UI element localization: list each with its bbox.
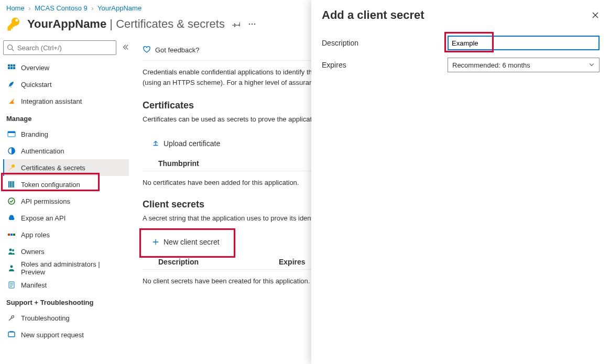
- sidebar-item-manifest[interactable]: Manifest: [3, 277, 129, 293]
- sidebar-item-branding[interactable]: Branding: [3, 126, 129, 142]
- svg-rect-7: [13, 64, 15, 67]
- key-icon: [6, 16, 22, 32]
- sidebar-group-support: Support + Troubleshooting: [3, 293, 129, 310]
- svg-point-24: [12, 249, 14, 251]
- column-expires: Expires: [279, 258, 306, 266]
- sidebar-item-label: Roles and administrators | Preview: [21, 260, 126, 276]
- sidebar-item-certificates-secrets[interactable]: Certificates & secrets: [3, 159, 129, 176]
- heart-icon: [143, 46, 151, 54]
- sidebar-item-label: App roles: [21, 231, 50, 239]
- chevron-down-icon: [589, 61, 595, 69]
- svg-point-1: [252, 24, 253, 25]
- svg-point-23: [9, 249, 12, 251]
- svg-rect-5: [8, 64, 10, 67]
- owners-icon: [7, 247, 16, 256]
- svg-rect-16: [10, 181, 11, 187]
- authentication-icon: [7, 147, 16, 155]
- sidebar-item-quickstart[interactable]: Quickstart: [3, 76, 129, 93]
- svg-point-25: [10, 266, 13, 268]
- form-row-description: Description: [322, 36, 600, 50]
- description-label: Description: [322, 39, 448, 47]
- svg-point-0: [249, 24, 250, 25]
- sidebar-item-label: Branding: [21, 130, 48, 138]
- svg-rect-18: [13, 181, 14, 187]
- api-permissions-icon: [7, 197, 16, 205]
- form-row-expires: Expires Recommended: 6 months: [322, 58, 600, 72]
- sidebar-item-label: Token configuration: [21, 181, 80, 189]
- collapse-sidebar-icon[interactable]: [122, 43, 129, 52]
- plus-icon: [152, 238, 159, 246]
- integration-icon: [7, 97, 16, 105]
- sidebar-item-new-support-request[interactable]: New support request: [3, 326, 129, 343]
- sidebar-item-label: Manifest: [21, 281, 47, 289]
- svg-rect-21: [10, 234, 13, 236]
- column-description: Description: [158, 258, 279, 266]
- new-client-secret-button[interactable]: New client secret: [148, 235, 224, 249]
- troubleshooting-icon: [7, 314, 16, 322]
- overview-icon: [7, 63, 16, 72]
- svg-rect-12: [8, 131, 15, 133]
- more-icon[interactable]: [248, 20, 256, 28]
- breadcrumb-sep: ›: [91, 4, 93, 12]
- expires-select[interactable]: Recommended: 6 months: [448, 58, 600, 72]
- sidebar-item-authentication[interactable]: Authentication: [3, 142, 129, 159]
- key-icon: [7, 163, 16, 172]
- app-roles-icon: [7, 230, 16, 239]
- svg-point-2: [254, 24, 256, 25]
- branding-icon: [7, 130, 16, 138]
- breadcrumb-app[interactable]: YourAppName: [97, 4, 141, 12]
- svg-rect-8: [8, 67, 10, 69]
- upload-icon: [152, 140, 159, 147]
- page-title: YourAppName | Certificates & secrets: [27, 17, 225, 31]
- breadcrumb-home[interactable]: Home: [6, 4, 25, 12]
- token-icon: [7, 180, 16, 189]
- expose-api-icon: [7, 214, 16, 222]
- svg-rect-15: [8, 181, 9, 187]
- expires-label: Expires: [322, 61, 448, 69]
- svg-rect-6: [10, 64, 13, 67]
- svg-point-3: [8, 45, 13, 50]
- sidebar-item-label: Quickstart: [21, 81, 52, 89]
- sidebar-item-label: Troubleshooting: [21, 314, 70, 322]
- close-icon[interactable]: [591, 11, 600, 19]
- quickstart-icon: [7, 80, 16, 89]
- sidebar-item-app-roles[interactable]: App roles: [3, 226, 129, 243]
- description-input[interactable]: [448, 36, 600, 50]
- sidebar-item-roles-administrators[interactable]: Roles and administrators | Preview: [3, 260, 129, 277]
- svg-rect-17: [12, 181, 13, 187]
- sidebar-item-label: Certificates & secrets: [21, 164, 85, 172]
- sidebar-item-label: New support request: [21, 331, 84, 339]
- manifest-icon: [7, 281, 16, 289]
- sidebar-item-overview[interactable]: Overview: [3, 59, 129, 76]
- sidebar-item-label: Owners: [21, 248, 45, 256]
- breadcrumb-tenant[interactable]: MCAS Contoso 9: [35, 4, 87, 12]
- sidebar-item-label: Authentication: [21, 147, 64, 155]
- sidebar-item-troubleshooting[interactable]: Troubleshooting: [3, 310, 129, 326]
- sidebar-item-label: Overview: [21, 64, 49, 72]
- sidebar-item-api-permissions[interactable]: API permissions: [3, 193, 129, 209]
- search-input[interactable]: [17, 44, 113, 52]
- upload-certificate-button[interactable]: Upload certificate: [148, 136, 224, 151]
- add-client-secret-panel: Add a client secret Description Expires …: [311, 0, 610, 364]
- support-request-icon: [7, 330, 16, 339]
- sidebar-item-label: Integration assistant: [21, 97, 82, 105]
- sidebar-item-label: API permissions: [21, 197, 70, 205]
- sidebar-item-owners[interactable]: Owners: [3, 243, 129, 260]
- sidebar-item-expose-api[interactable]: Expose an API: [3, 209, 129, 226]
- svg-rect-9: [10, 67, 13, 69]
- search-box[interactable]: [3, 40, 116, 55]
- svg-rect-10: [13, 67, 15, 69]
- breadcrumb-sep: ›: [28, 4, 30, 12]
- svg-rect-30: [8, 332, 15, 337]
- svg-line-4: [12, 49, 14, 51]
- sidebar: Overview Quickstart Integration assistan…: [0, 37, 132, 364]
- sidebar-item-integration[interactable]: Integration assistant: [3, 93, 129, 109]
- roles-admins-icon: [7, 264, 16, 272]
- search-icon: [7, 44, 14, 51]
- expires-value: Recommended: 6 months: [452, 61, 530, 69]
- sidebar-item-label: Expose an API: [21, 214, 66, 222]
- pin-icon[interactable]: [232, 20, 241, 28]
- svg-rect-20: [8, 234, 10, 236]
- sidebar-item-token-configuration[interactable]: Token configuration: [3, 176, 129, 193]
- svg-rect-22: [13, 234, 15, 236]
